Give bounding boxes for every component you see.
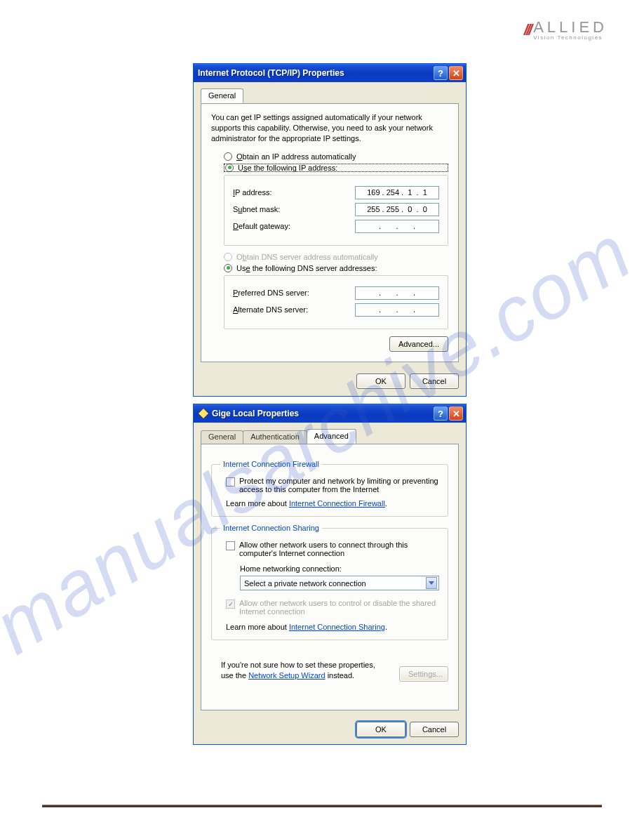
allow-connect-checkbox[interactable]: Allow other network users to connect thr…	[220, 539, 439, 559]
dialog-title: Internet Protocol (TCP/IP) Properties	[198, 68, 432, 78]
allow-control-checkbox: Allow other network users to control or …	[220, 597, 439, 617]
default-gateway-input[interactable]	[355, 220, 439, 233]
ok-button[interactable]: OK	[356, 722, 405, 737]
dns-fields-group: Preferred DNS server: Alternate DNS serv…	[224, 275, 448, 329]
radio-icon	[224, 253, 232, 261]
dialog-title: Gige Local Properties	[212, 409, 432, 418]
radio-icon	[224, 152, 232, 161]
help-icon[interactable]: ?	[434, 66, 448, 80]
sharing-link[interactable]: Internet Connection Sharing	[289, 623, 385, 631]
preferred-dns-input[interactable]	[355, 286, 439, 300]
subnet-mask-label: Subnet mask:	[233, 205, 280, 213]
instructions-text: You can get IP settings assigned automat…	[211, 112, 448, 144]
firewall-legend: Internet Connection Firewall	[220, 460, 322, 468]
learn-more-firewall: Learn more about Internet Connection Fir…	[220, 495, 439, 508]
ip-address-input[interactable]	[355, 186, 439, 199]
network-setup-wizard-link[interactable]: Network Setup Wizard	[248, 671, 325, 680]
home-networking-select[interactable]: Select a private network connection	[240, 576, 439, 590]
wizard-note: If you're not sure how to set these prop…	[211, 660, 392, 682]
settings-button: Settings...	[399, 666, 448, 682]
radio-icon	[225, 164, 234, 172]
alternate-dns-input[interactable]	[355, 303, 439, 317]
tab-advanced[interactable]: Advanced	[307, 429, 356, 444]
checkbox-label: Allow other network users to connect thr…	[239, 541, 439, 557]
firewall-link[interactable]: Internet Connection Firewall	[289, 499, 385, 508]
advanced-button[interactable]: Advanced...	[389, 336, 448, 352]
checkbox-icon	[226, 541, 235, 550]
alternate-dns-label: Alternate DNS server:	[233, 305, 308, 314]
cancel-button[interactable]: Cancel	[410, 722, 459, 737]
help-icon[interactable]: ?	[434, 406, 448, 421]
sharing-group: Internet Connection Sharing Allow other …	[211, 524, 448, 640]
titlebar[interactable]: Internet Protocol (TCP/IP) Properties ? …	[194, 64, 466, 82]
close-icon[interactable]: ✕	[449, 406, 463, 421]
logo-main-text: ALLIED	[533, 20, 608, 35]
sharing-legend: Internet Connection Sharing	[220, 524, 322, 532]
logo-sub-text: Vision Technologies	[533, 35, 608, 41]
chevron-down-icon	[426, 577, 437, 589]
gige-local-properties-dialog: Gige Local Properties ? ✕ General Authen…	[193, 404, 467, 745]
radio-obtain-ip-auto[interactable]: Obtain an IP address automatically	[224, 152, 448, 161]
footer-divider	[42, 805, 602, 809]
ip-fields-group: IP address: Subnet mask: Default gateway…	[224, 175, 448, 246]
preferred-dns-label: Preferred DNS server:	[233, 289, 309, 297]
checkbox-icon	[226, 600, 235, 609]
radio-label: Use the following IP address:	[238, 164, 337, 172]
radio-icon	[224, 264, 232, 272]
titlebar[interactable]: Gige Local Properties ? ✕	[194, 404, 466, 423]
radio-label: Obtain an IP address automatically	[236, 152, 356, 161]
firewall-group: Internet Connection Firewall Protect my …	[211, 460, 448, 517]
tab-general[interactable]: General	[201, 88, 243, 103]
checkbox-label: Protect my computer and network by limit…	[239, 477, 439, 494]
checkbox-icon	[226, 477, 235, 486]
radio-label: Obtain DNS server address automatically	[236, 253, 378, 261]
close-icon[interactable]: ✕	[449, 66, 463, 80]
ip-address-label: IP address:	[233, 188, 271, 197]
radio-label: Use the following DNS server addresses:	[236, 264, 377, 272]
network-icon	[198, 408, 209, 419]
allied-logo: /// ALLIED Vision Technologies	[524, 20, 608, 41]
cancel-button[interactable]: Cancel	[410, 373, 459, 389]
radio-use-following-dns[interactable]: Use the following DNS server addresses:	[224, 264, 448, 272]
default-gateway-label: Default gateway:	[233, 222, 290, 230]
protect-computer-checkbox[interactable]: Protect my computer and network by limit…	[220, 475, 439, 495]
subnet-mask-input[interactable]	[355, 203, 439, 216]
tab-authentication[interactable]: Authentication	[243, 430, 307, 445]
tab-general[interactable]: General	[201, 430, 243, 445]
ok-button[interactable]: OK	[356, 373, 405, 389]
radio-obtain-dns-auto: Obtain DNS server address automatically	[224, 253, 448, 261]
svg-marker-0	[199, 409, 208, 418]
learn-more-sharing: Learn more about Internet Connection Sha…	[220, 617, 439, 631]
checkbox-label: Allow other network users to control or …	[239, 599, 439, 616]
home-networking-label: Home networking connection:	[240, 564, 439, 573]
radio-use-following-ip[interactable]: Use the following IP address:	[224, 164, 448, 172]
select-value: Select a private network connection	[244, 579, 366, 588]
logo-slash-icon: ///	[524, 21, 530, 39]
tcpip-properties-dialog: Internet Protocol (TCP/IP) Properties ? …	[193, 63, 467, 397]
